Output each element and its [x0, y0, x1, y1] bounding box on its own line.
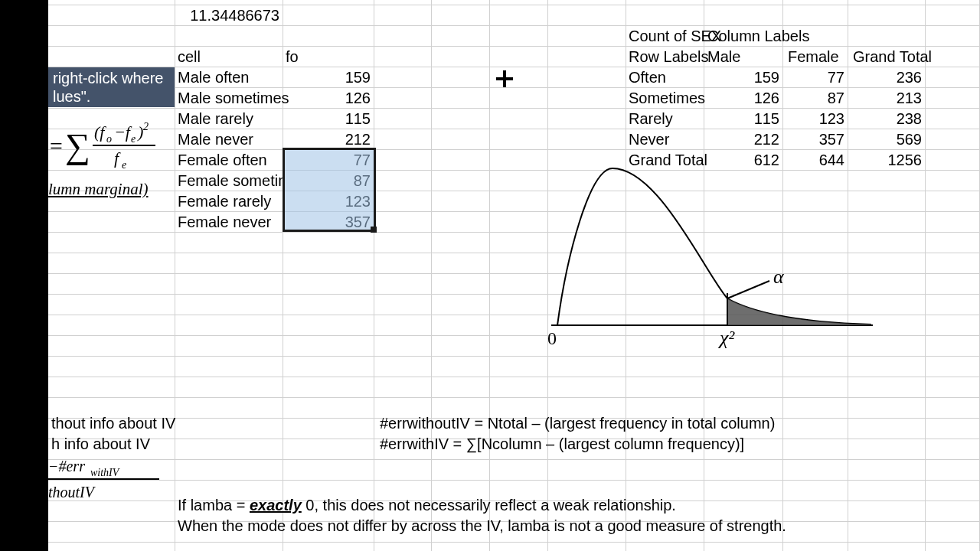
pivot-f[interactable]: 87 — [782, 88, 848, 109]
pivot-f[interactable]: 123 — [782, 109, 848, 129]
svg-text:e: e — [122, 159, 126, 171]
fo-val[interactable]: 77 — [283, 150, 374, 171]
fo-val[interactable]: 126 — [283, 88, 374, 109]
pivot-t[interactable]: 238 — [848, 109, 925, 129]
pivot-f[interactable]: 357 — [782, 129, 848, 150]
svg-text:∑: ∑ — [65, 126, 90, 165]
pivot-m[interactable]: 126 — [704, 88, 782, 109]
svg-text:): ) — [136, 122, 143, 142]
pivot-col-labels[interactable]: Column Labels — [704, 26, 827, 47]
svg-text:withIV: withIV — [90, 467, 120, 478]
chi-square-formula: = ∑ (f o −f e ) 2 f e — [48, 119, 175, 177]
svg-text:f: f — [114, 148, 121, 168]
fo-label[interactable]: Male rarely — [175, 109, 297, 129]
zero-label: 0 — [547, 328, 557, 348]
err-with-iv: #errwithIV = ∑[Ncolumn – (largest column… — [377, 434, 928, 455]
pivot-m[interactable]: 212 — [704, 129, 782, 150]
excel-cell-cursor-icon — [496, 70, 513, 87]
left-black-bar — [0, 0, 48, 551]
note-line1: right-click where — [53, 69, 170, 87]
svg-line-13 — [727, 281, 769, 298]
marginal-text: lumn marginal) — [48, 180, 148, 199]
svg-text:o: o — [106, 133, 112, 145]
lambda-line2: When the mode does not differ by across … — [175, 516, 864, 536]
fo-val[interactable]: 87 — [283, 171, 374, 191]
fo-label[interactable]: Male never — [175, 129, 297, 150]
pivot-row-labels[interactable]: Row Labels — [626, 47, 704, 67]
err-without-iv: #errwithoutIV = Ntotal – (largest freque… — [377, 413, 928, 434]
pivot-row-label[interactable]: Often — [626, 67, 704, 88]
alpha-label: α — [773, 266, 785, 288]
fo-label[interactable]: Female never — [175, 212, 297, 233]
pivot-m[interactable]: 159 — [704, 67, 782, 88]
pivot-m[interactable]: 115 — [704, 109, 782, 129]
svg-text:thoutIV: thoutIV — [48, 484, 96, 500]
chi-square-distribution-chart: α 0 χ² — [544, 165, 873, 348]
fo-label[interactable]: Male sometimes — [175, 88, 297, 109]
pivot-row-label[interactable]: Never — [626, 129, 704, 150]
svg-text:=: = — [48, 133, 64, 158]
pivot-male-header[interactable]: Male — [704, 47, 782, 67]
fo-val[interactable]: 159 — [283, 67, 374, 88]
pivot-f[interactable]: 77 — [782, 67, 848, 88]
pivot-t[interactable]: 213 — [848, 88, 925, 109]
tooltip-note: right-click where lues". — [48, 67, 175, 107]
chi-square-value: 11.34486673 — [175, 5, 283, 26]
note-line2: lues". — [53, 87, 170, 106]
svg-text:2: 2 — [143, 121, 149, 132]
pivot-t[interactable]: 569 — [848, 129, 925, 150]
fo-val[interactable]: 357 — [283, 212, 374, 233]
fo-label[interactable]: Female rarely — [175, 191, 297, 212]
fo-header-cell[interactable]: cell — [175, 47, 283, 67]
fo-label[interactable]: Male often — [175, 67, 297, 88]
pivot-female-header[interactable]: Female — [785, 47, 850, 67]
err-fraction: −#err withIV thoutIV — [48, 456, 171, 509]
svg-text:−#err: −#err — [48, 458, 85, 474]
lambda-line1: If lamba = exactly 0, this does not nece… — [175, 495, 864, 516]
svg-text:e: e — [131, 133, 136, 145]
pivot-row-label[interactable]: Sometimes — [626, 88, 704, 109]
snippet-without-iv: thout info about IV — [48, 413, 201, 434]
svg-text:−f: −f — [114, 122, 132, 142]
fo-val[interactable]: 115 — [283, 109, 374, 129]
snippet-with-iv: h info about IV — [48, 434, 201, 455]
fo-val[interactable]: 123 — [283, 191, 374, 212]
pivot-grandtotal-header[interactable]: Grand Total — [850, 47, 934, 67]
svg-text:(f: (f — [94, 122, 106, 142]
fo-val[interactable]: 212 — [283, 129, 374, 150]
fo-label[interactable]: Female sometimes — [175, 171, 283, 191]
fo-header-fo[interactable]: fo — [283, 47, 374, 67]
pivot-t[interactable]: 236 — [848, 67, 925, 88]
fo-label[interactable]: Female often — [175, 150, 297, 171]
pivot-counter[interactable]: Count of SEX — [626, 26, 717, 47]
chisq-label: χ² — [717, 327, 735, 348]
pivot-row-label[interactable]: Rarely — [626, 109, 704, 129]
